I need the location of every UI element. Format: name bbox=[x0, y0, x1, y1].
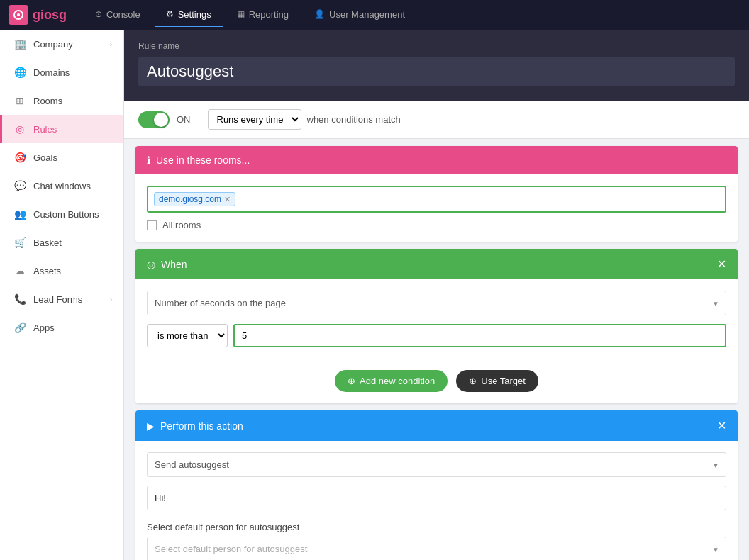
rules-icon: ◎ bbox=[13, 123, 26, 135]
nav-items: ⊙ Console ⚙ Settings ▦ Reporting 👤 User … bbox=[84, 4, 416, 27]
room-tag-demo: demo.giosg.com ✕ bbox=[154, 192, 235, 206]
nav-settings[interactable]: ⚙ Settings bbox=[155, 4, 223, 27]
add-circle-icon: ⊕ bbox=[348, 376, 355, 386]
domains-icon: 🌐 bbox=[13, 67, 26, 78]
when-body: Number of seconds on the page URL Browse… bbox=[135, 279, 738, 359]
toggle-container: ON bbox=[138, 111, 191, 128]
rooms-tag-input[interactable]: demo.giosg.com ✕ bbox=[147, 186, 726, 213]
perform-section: ▶ Perform this action ✕ Send autosuggest… bbox=[135, 410, 738, 560]
sidebar-item-apps[interactable]: 🔗 Apps bbox=[0, 313, 123, 342]
toggle-state-label: ON bbox=[177, 114, 191, 125]
use-in-rooms-body: demo.giosg.com ✕ All rooms bbox=[135, 174, 738, 242]
apps-icon: 🔗 bbox=[13, 322, 26, 333]
rule-name-label: Rule name bbox=[138, 41, 735, 51]
use-in-rooms-title: ℹ Use in these rooms... bbox=[147, 155, 250, 166]
company-icon: 🏢 bbox=[13, 38, 26, 50]
console-icon: ⊙ bbox=[95, 9, 102, 19]
perform-header: ▶ Perform this action ✕ bbox=[135, 410, 738, 441]
rule-name-input[interactable] bbox=[138, 57, 735, 86]
sidebar-item-custom-buttons[interactable]: 👥 Custom Buttons bbox=[0, 200, 123, 228]
use-target-icon: ⊕ bbox=[469, 376, 477, 386]
all-rooms-checkbox[interactable] bbox=[147, 220, 157, 230]
select-person-select[interactable]: Select default person for autosuggest bbox=[147, 537, 726, 560]
toggle-knob bbox=[154, 113, 168, 127]
nav-reporting[interactable]: ▦ Reporting bbox=[226, 4, 300, 27]
chevron-right-icon: › bbox=[110, 40, 112, 48]
sidebar-item-chat-windows[interactable]: 💬 Chat windows bbox=[0, 172, 123, 200]
all-rooms-row: All rooms bbox=[147, 220, 726, 230]
chat-windows-icon: 💬 bbox=[13, 180, 26, 191]
play-icon: ▶ bbox=[147, 420, 155, 432]
perform-close-button[interactable]: ✕ bbox=[717, 419, 726, 432]
basket-icon: 🛒 bbox=[13, 237, 26, 248]
select-person-label: Select default person for autosuggest bbox=[147, 522, 726, 532]
on-off-toggle[interactable] bbox=[138, 111, 170, 128]
rule-header: Rule name bbox=[124, 30, 749, 101]
content-area: Rule name ON Runs every time Runs once w… bbox=[124, 30, 749, 560]
chevron-right-icon-lead: › bbox=[110, 296, 112, 303]
when-title: ◎ When bbox=[147, 259, 187, 270]
toggle-row: ON Runs every time Runs once when condit… bbox=[124, 101, 749, 139]
sidebar-item-rules[interactable]: ◎ Rules bbox=[0, 115, 123, 143]
action-type-wrap: Send autosuggest Send message bbox=[147, 452, 726, 477]
action-buttons: ⊕ Add new condition ⊕ Use Target bbox=[135, 370, 738, 392]
sidebar-item-rooms[interactable]: ⊞ Rooms bbox=[0, 86, 123, 115]
condition-type-select[interactable]: Number of seconds on the page URL Browse… bbox=[147, 291, 726, 315]
condition-row: is more than is less than is equal to bbox=[147, 324, 726, 347]
runs-every-select[interactable]: Runs every time Runs once bbox=[208, 109, 301, 130]
rooms-icon: ⊞ bbox=[13, 95, 26, 106]
runs-every-container: Runs every time Runs once when condition… bbox=[208, 109, 401, 130]
tag-remove-button[interactable]: ✕ bbox=[224, 195, 231, 204]
sidebar-item-lead-forms[interactable]: 📞 Lead Forms › bbox=[0, 285, 123, 313]
lead-forms-icon: 📞 bbox=[13, 293, 26, 305]
perform-title: ▶ Perform this action bbox=[147, 420, 243, 432]
condition-type-wrap: Number of seconds on the page URL Browse… bbox=[147, 291, 726, 315]
when-header: ◎ When ✕ bbox=[135, 249, 738, 279]
nav-console[interactable]: ⊙ Console bbox=[84, 4, 152, 27]
message-input[interactable] bbox=[147, 486, 726, 510]
sidebar-item-goals[interactable]: 🎯 Goals bbox=[0, 143, 123, 172]
when-section: ◎ When ✕ Number of seconds on the page U… bbox=[135, 249, 738, 403]
user-management-icon: 👤 bbox=[314, 9, 325, 19]
when-conditions-label: when conditions match bbox=[307, 114, 401, 125]
goals-icon: 🎯 bbox=[13, 152, 26, 163]
use-target-button[interactable]: ⊕ Use Target bbox=[456, 370, 538, 392]
use-in-rooms-section: ℹ Use in these rooms... demo.giosg.com ✕… bbox=[135, 146, 738, 242]
select-person-wrap: Select default person for autosuggest bbox=[147, 537, 726, 560]
sidebar: 🏢 Company › 🌐 Domains ⊞ Rooms ◎ Rules 🎯 … bbox=[0, 30, 124, 560]
svg-point-1 bbox=[17, 13, 20, 16]
sidebar-item-basket[interactable]: 🛒 Basket bbox=[0, 228, 123, 257]
when-close-button[interactable]: ✕ bbox=[717, 257, 726, 271]
perform-body: Send autosuggest Send message Select def… bbox=[135, 441, 738, 560]
info-icon: ℹ bbox=[147, 155, 150, 166]
nav-user-management[interactable]: 👤 User Management bbox=[303, 4, 416, 27]
sidebar-item-domains[interactable]: 🌐 Domains bbox=[0, 58, 123, 86]
sidebar-item-assets[interactable]: ☁ Assets bbox=[0, 257, 123, 285]
when-circle-icon: ◎ bbox=[147, 259, 155, 270]
sidebar-item-company[interactable]: 🏢 Company › bbox=[0, 30, 123, 58]
condition-value-input[interactable] bbox=[233, 324, 726, 347]
assets-icon: ☁ bbox=[13, 265, 26, 276]
use-in-rooms-header: ℹ Use in these rooms... bbox=[135, 146, 738, 174]
custom-buttons-icon: 👥 bbox=[13, 208, 26, 220]
condition-operator-select[interactable]: is more than is less than is equal to bbox=[147, 324, 228, 347]
reporting-icon: ▦ bbox=[237, 9, 245, 19]
top-nav: giosg ⊙ Console ⚙ Settings ▦ Reporting 👤… bbox=[0, 0, 749, 30]
settings-icon: ⚙ bbox=[166, 9, 174, 19]
logo-icon bbox=[9, 5, 28, 25]
main-layout: 🏢 Company › 🌐 Domains ⊞ Rooms ◎ Rules 🎯 … bbox=[0, 30, 749, 560]
logo: giosg bbox=[9, 5, 67, 25]
action-type-select[interactable]: Send autosuggest Send message bbox=[147, 452, 726, 477]
add-new-condition-button[interactable]: ⊕ Add new condition bbox=[335, 370, 448, 392]
